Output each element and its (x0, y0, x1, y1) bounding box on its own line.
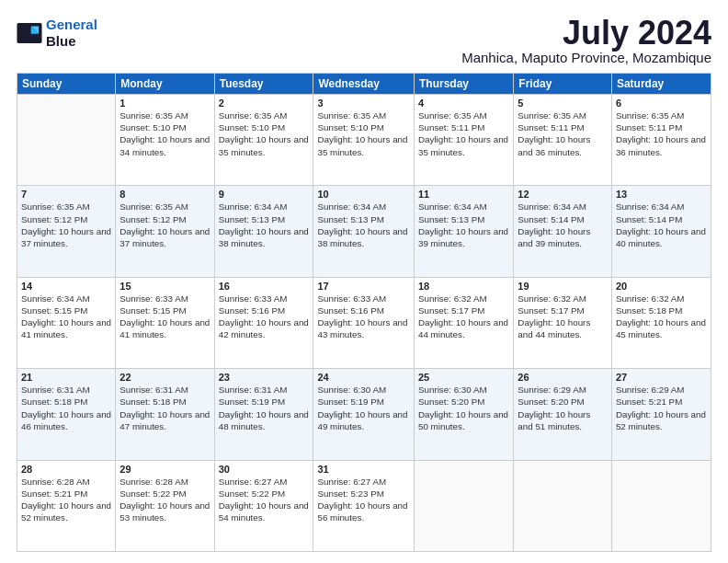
day-info: Sunrise: 6:34 AMSunset: 5:15 PMDaylight:… (21, 293, 111, 341)
day-number: 22 (119, 372, 210, 383)
calendar-cell: 29Sunrise: 6:28 AMSunset: 5:22 PMDayligh… (116, 460, 214, 551)
day-info: Sunrise: 6:35 AMSunset: 5:10 PMDaylight:… (219, 109, 310, 158)
day-info: Sunrise: 6:32 AMSunset: 5:17 PMDaylight:… (418, 293, 509, 341)
day-info: Sunrise: 6:31 AMSunset: 5:18 PMDaylight:… (21, 384, 111, 432)
logo: General Blue (17, 17, 97, 50)
calendar-cell: 14Sunrise: 6:34 AMSunset: 5:15 PMDayligh… (17, 277, 116, 368)
calendar-cell: 21Sunrise: 6:31 AMSunset: 5:18 PMDayligh… (17, 369, 116, 460)
calendar-cell: 18Sunrise: 6:32 AMSunset: 5:17 PMDayligh… (415, 277, 514, 368)
day-number: 3 (317, 98, 410, 109)
calendar-cell: 2Sunrise: 6:35 AMSunset: 5:10 PMDaylight… (214, 95, 313, 186)
day-info: Sunrise: 6:34 AMSunset: 5:13 PMDaylight:… (317, 201, 410, 249)
calendar-cell: 3Sunrise: 6:35 AMSunset: 5:10 PMDaylight… (313, 95, 415, 186)
month-title: July 2024 (461, 17, 711, 50)
calendar-cell (611, 460, 711, 551)
calendar-cell: 24Sunrise: 6:30 AMSunset: 5:19 PMDayligh… (313, 369, 415, 460)
day-info: Sunrise: 6:35 AMSunset: 5:12 PMDaylight:… (119, 201, 210, 249)
calendar-cell: 25Sunrise: 6:30 AMSunset: 5:20 PMDayligh… (415, 369, 514, 460)
calendar-cell: 4Sunrise: 6:35 AMSunset: 5:11 PMDaylight… (415, 95, 514, 186)
weekday-header-friday: Friday (514, 74, 612, 95)
day-number: 29 (119, 464, 210, 475)
day-info: Sunrise: 6:34 AMSunset: 5:13 PMDaylight:… (219, 201, 310, 249)
calendar-cell: 6Sunrise: 6:35 AMSunset: 5:11 PMDaylight… (611, 95, 711, 186)
calendar-cell: 13Sunrise: 6:34 AMSunset: 5:14 PMDayligh… (611, 186, 711, 277)
day-info: Sunrise: 6:35 AMSunset: 5:12 PMDaylight:… (21, 201, 111, 249)
calendar-cell: 31Sunrise: 6:27 AMSunset: 5:23 PMDayligh… (313, 460, 415, 551)
day-number: 30 (219, 464, 310, 475)
weekday-header-wednesday: Wednesday (313, 74, 415, 95)
subtitle: Manhica, Maputo Province, Mozambique (461, 50, 711, 65)
calendar-cell: 8Sunrise: 6:35 AMSunset: 5:12 PMDaylight… (116, 186, 214, 277)
day-info: Sunrise: 6:31 AMSunset: 5:18 PMDaylight:… (119, 384, 210, 432)
day-number: 18 (418, 281, 509, 292)
calendar-week-row: 7Sunrise: 6:35 AMSunset: 5:12 PMDaylight… (17, 186, 711, 277)
calendar-cell: 7Sunrise: 6:35 AMSunset: 5:12 PMDaylight… (17, 186, 116, 277)
calendar-cell: 9Sunrise: 6:34 AMSunset: 5:13 PMDaylight… (214, 186, 313, 277)
day-number: 8 (119, 189, 210, 200)
day-number: 19 (518, 281, 608, 292)
day-number: 9 (219, 189, 310, 200)
day-number: 31 (317, 464, 410, 475)
day-number: 26 (518, 372, 608, 383)
day-info: Sunrise: 6:28 AMSunset: 5:21 PMDaylight:… (21, 476, 111, 524)
calendar-week-row: 1Sunrise: 6:35 AMSunset: 5:10 PMDaylight… (17, 95, 711, 186)
day-number: 21 (21, 372, 111, 383)
calendar-cell: 26Sunrise: 6:29 AMSunset: 5:20 PMDayligh… (514, 369, 612, 460)
day-info: Sunrise: 6:33 AMSunset: 5:15 PMDaylight:… (119, 293, 210, 341)
calendar-cell: 28Sunrise: 6:28 AMSunset: 5:21 PMDayligh… (17, 460, 116, 551)
calendar-cell: 22Sunrise: 6:31 AMSunset: 5:18 PMDayligh… (116, 369, 214, 460)
calendar-week-row: 21Sunrise: 6:31 AMSunset: 5:18 PMDayligh… (17, 369, 711, 460)
calendar-cell: 10Sunrise: 6:34 AMSunset: 5:13 PMDayligh… (313, 186, 415, 277)
day-number: 25 (418, 372, 509, 383)
day-info: Sunrise: 6:35 AMSunset: 5:11 PMDaylight:… (616, 109, 707, 158)
day-info: Sunrise: 6:30 AMSunset: 5:19 PMDaylight:… (317, 384, 410, 432)
day-info: Sunrise: 6:27 AMSunset: 5:22 PMDaylight:… (219, 476, 310, 524)
logo-icon (17, 23, 42, 43)
day-info: Sunrise: 6:30 AMSunset: 5:20 PMDaylight:… (418, 384, 509, 432)
day-info: Sunrise: 6:35 AMSunset: 5:10 PMDaylight:… (119, 109, 210, 158)
calendar-cell: 27Sunrise: 6:29 AMSunset: 5:21 PMDayligh… (611, 369, 711, 460)
calendar-cell (514, 460, 612, 551)
calendar-cell: 11Sunrise: 6:34 AMSunset: 5:13 PMDayligh… (415, 186, 514, 277)
day-number: 23 (219, 372, 310, 383)
day-info: Sunrise: 6:33 AMSunset: 5:16 PMDaylight:… (317, 293, 410, 341)
day-info: Sunrise: 6:34 AMSunset: 5:14 PMDaylight:… (518, 201, 608, 249)
calendar-cell (17, 95, 116, 186)
day-info: Sunrise: 6:32 AMSunset: 5:17 PMDaylight:… (518, 293, 608, 341)
day-number: 28 (21, 464, 111, 475)
day-number: 2 (219, 98, 310, 109)
calendar-cell: 1Sunrise: 6:35 AMSunset: 5:10 PMDaylight… (116, 95, 214, 186)
calendar-cell: 30Sunrise: 6:27 AMSunset: 5:22 PMDayligh… (214, 460, 313, 551)
weekday-header-sunday: Sunday (17, 74, 116, 95)
day-number: 7 (21, 189, 111, 200)
day-number: 13 (616, 189, 707, 200)
day-info: Sunrise: 6:31 AMSunset: 5:19 PMDaylight:… (219, 384, 310, 432)
day-info: Sunrise: 6:28 AMSunset: 5:22 PMDaylight:… (119, 476, 210, 524)
weekday-header-thursday: Thursday (415, 74, 514, 95)
day-info: Sunrise: 6:35 AMSunset: 5:11 PMDaylight:… (518, 109, 608, 158)
day-info: Sunrise: 6:29 AMSunset: 5:21 PMDaylight:… (616, 384, 707, 432)
calendar-cell (415, 460, 514, 551)
day-info: Sunrise: 6:29 AMSunset: 5:20 PMDaylight:… (518, 384, 608, 432)
day-number: 12 (518, 189, 608, 200)
day-number: 6 (616, 98, 707, 109)
calendar-cell: 5Sunrise: 6:35 AMSunset: 5:11 PMDaylight… (514, 95, 612, 186)
day-info: Sunrise: 6:27 AMSunset: 5:23 PMDaylight:… (317, 476, 410, 524)
day-number: 24 (317, 372, 410, 383)
logo-line2: Blue (46, 33, 97, 50)
day-number: 14 (21, 281, 111, 292)
day-number: 16 (219, 281, 310, 292)
page: General Blue July 2024 Manhica, Maputo P… (0, 0, 728, 563)
day-info: Sunrise: 6:32 AMSunset: 5:18 PMDaylight:… (616, 293, 707, 341)
calendar-cell: 20Sunrise: 6:32 AMSunset: 5:18 PMDayligh… (611, 277, 711, 368)
calendar-cell: 17Sunrise: 6:33 AMSunset: 5:16 PMDayligh… (313, 277, 415, 368)
calendar-week-row: 14Sunrise: 6:34 AMSunset: 5:15 PMDayligh… (17, 277, 711, 368)
day-number: 17 (317, 281, 410, 292)
day-info: Sunrise: 6:35 AMSunset: 5:11 PMDaylight:… (418, 109, 509, 158)
logo-line1: General (46, 17, 97, 32)
day-info: Sunrise: 6:34 AMSunset: 5:14 PMDaylight:… (616, 201, 707, 249)
weekday-header-tuesday: Tuesday (214, 74, 313, 95)
calendar-cell: 15Sunrise: 6:33 AMSunset: 5:15 PMDayligh… (116, 277, 214, 368)
weekday-header-monday: Monday (116, 74, 214, 95)
day-number: 4 (418, 98, 509, 109)
